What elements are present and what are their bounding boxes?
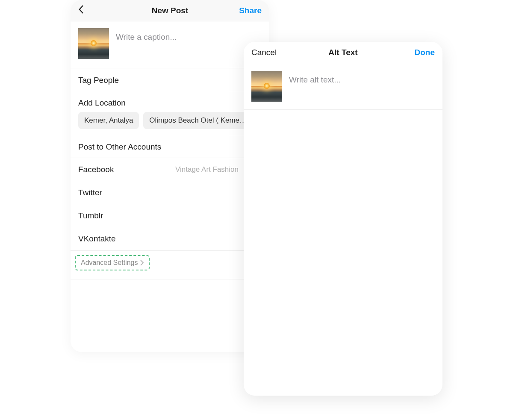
back-button[interactable] bbox=[78, 5, 104, 16]
share-facebook-row: Facebook Vintage Art Fashion bbox=[71, 158, 269, 181]
add-location-row[interactable]: Add Location bbox=[71, 92, 269, 112]
share-button[interactable]: Share bbox=[236, 6, 262, 15]
tag-people-row[interactable]: Tag People bbox=[71, 68, 269, 92]
advanced-settings-wrap: Advanced Settings bbox=[71, 251, 269, 279]
chevron-left-icon bbox=[78, 5, 84, 16]
share-facebook-label: Facebook bbox=[78, 165, 114, 174]
chevron-right-icon bbox=[140, 260, 144, 266]
cancel-button[interactable]: Cancel bbox=[251, 48, 281, 57]
alt-text-body: Write alt text... bbox=[244, 63, 442, 110]
advanced-settings-button[interactable]: Advanced Settings bbox=[75, 255, 150, 270]
add-location-section: Add Location Kemer, Antalya Olimpos Beac… bbox=[71, 92, 269, 136]
post-thumbnail[interactable] bbox=[251, 71, 282, 102]
location-chip[interactable]: Kemer, Antalya bbox=[78, 112, 139, 129]
share-tumblr-row: Tumblr bbox=[71, 204, 269, 227]
advanced-settings-label: Advanced Settings bbox=[81, 259, 138, 267]
new-post-screen: New Post Share Write a caption... Tag Pe… bbox=[71, 0, 269, 352]
new-post-header: New Post Share bbox=[71, 0, 269, 21]
alt-text-screen: Cancel Alt Text Done Write alt text... bbox=[244, 42, 442, 396]
social-share-block: Facebook Vintage Art Fashion Twitter Tum… bbox=[71, 158, 269, 251]
page-title: New Post bbox=[152, 6, 189, 15]
share-vkontakte-label: VKontakte bbox=[78, 234, 116, 244]
caption-input[interactable]: Write a caption... bbox=[116, 28, 262, 42]
share-twitter-row: Twitter bbox=[71, 181, 269, 204]
share-vkontakte-row: VKontakte bbox=[71, 227, 269, 250]
tag-people-label: Tag People bbox=[78, 76, 119, 85]
location-suggestions: Kemer, Antalya Olimpos Beach Otel ( Keme… bbox=[71, 112, 269, 136]
share-tumblr-label: Tumblr bbox=[78, 211, 103, 220]
post-to-other-row[interactable]: Post to Other Accounts bbox=[71, 136, 269, 158]
alt-text-input[interactable]: Write alt text... bbox=[289, 71, 435, 85]
post-thumbnail[interactable] bbox=[78, 28, 109, 59]
share-twitter-label: Twitter bbox=[78, 188, 102, 197]
caption-row: Write a caption... bbox=[71, 21, 269, 68]
page-title: Alt Text bbox=[328, 48, 357, 57]
done-button[interactable]: Done bbox=[405, 48, 435, 57]
alt-text-header: Cancel Alt Text Done bbox=[244, 42, 442, 63]
location-chip[interactable]: Olimpos Beach Otel ( Kemer/Ant... bbox=[143, 112, 254, 129]
share-facebook-sublabel: Vintage Art Fashion bbox=[175, 165, 239, 174]
